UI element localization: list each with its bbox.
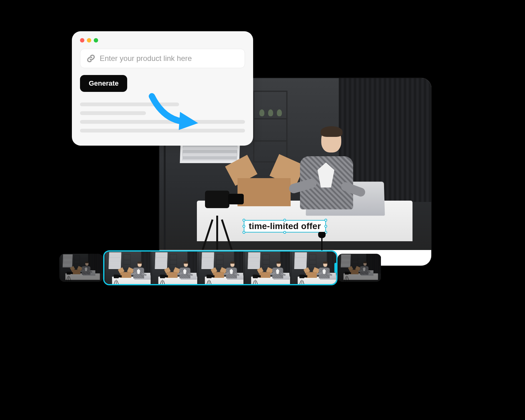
maximize-dot-icon [94,38,98,42]
timeline-strip[interactable] [59,248,381,288]
timeline-clip[interactable] [338,254,381,282]
product-link-placeholder: Enter your product link here [100,54,192,63]
resize-handle[interactable] [324,225,327,228]
generate-button[interactable]: Generate [80,75,127,92]
resize-handle[interactable] [283,219,286,222]
close-dot-icon [80,38,84,42]
skeleton-line [80,102,179,106]
link-icon [87,54,95,63]
skeleton-line [80,129,245,132]
caption-text: time-limited offer [249,221,321,231]
link-input-card: Enter your product link here Generate [72,31,253,146]
skeleton-line [80,120,245,124]
resize-handle[interactable] [242,225,245,228]
skeleton-line [80,111,146,115]
resize-handle[interactable] [324,219,327,222]
resize-handle[interactable] [283,231,286,234]
timeline-clip[interactable] [59,254,103,282]
minimize-dot-icon [87,38,91,42]
resize-handle[interactable] [242,219,245,222]
resize-handle[interactable] [242,231,245,234]
caption-text-box[interactable]: time-limited offer [244,220,326,232]
timeline-clip-selected[interactable] [103,250,338,285]
loading-skeleton [80,102,245,132]
window-traffic-lights [80,38,245,42]
product-link-input[interactable]: Enter your product link here [80,49,245,68]
